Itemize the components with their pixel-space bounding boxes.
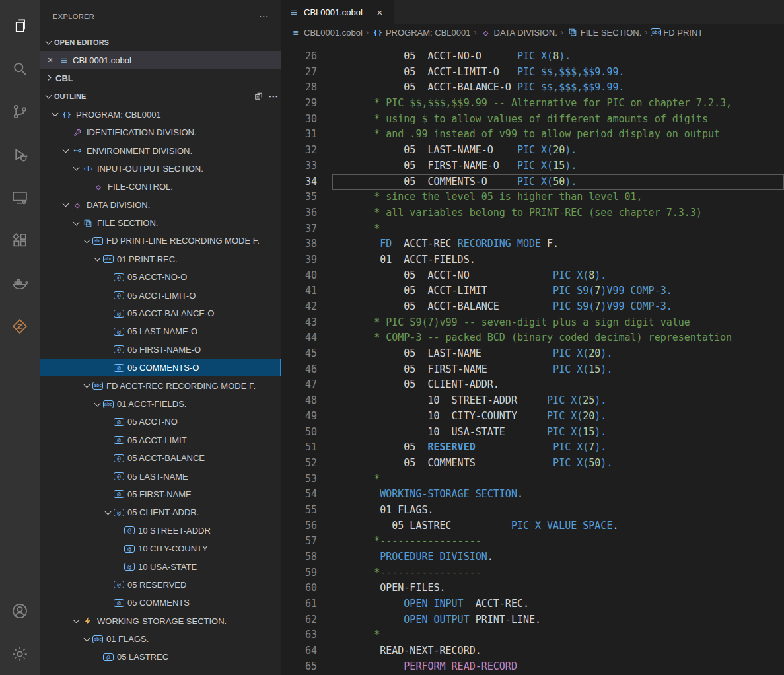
line-number[interactable]: 44 (281, 330, 317, 346)
code-line[interactable]: 29 * PIC $$,$$$,$$9.99 -- Alternative fo… (281, 96, 784, 112)
line-number[interactable]: 30 (281, 112, 317, 127)
code-line[interactable]: 31 * and .99 instead of v99 to allow per… (281, 127, 784, 143)
outline-item[interactable]: abc01 ACCT-FIELDS. (40, 395, 281, 413)
chevron-down-icon[interactable] (82, 380, 92, 391)
line-number[interactable]: 50 (281, 425, 317, 441)
code-line[interactable]: 48 10 STREET-ADDR PIC X(25). (281, 393, 784, 409)
run-debug-icon[interactable] (0, 133, 40, 176)
folder-row-cbl[interactable]: CBL (40, 69, 281, 87)
outline-item[interactable]: @05 COMMENTS-O (40, 359, 281, 376)
code-line[interactable]: 46 05 FIRST-NAME PIC X(15). (281, 362, 784, 378)
outline-item[interactable]: @05 RESERVED (40, 576, 281, 594)
code-line[interactable]: 55 01 FLAGS. (281, 503, 784, 518)
code-line[interactable]: 47 05 CLIENT-ADDR. (281, 377, 784, 393)
breadcrumb-item[interactable]: {}PROGRAM: CBL0001 (372, 27, 471, 38)
code-line[interactable]: 53 * (281, 472, 784, 487)
line-number[interactable]: 54 (281, 487, 317, 503)
line-number[interactable]: 35 (281, 190, 317, 205)
more-actions-icon[interactable] (256, 11, 271, 22)
outline-item[interactable]: @05 ACCT-LIMIT (40, 431, 281, 449)
line-number[interactable]: 28 (281, 80, 317, 96)
chevron-down-icon[interactable] (50, 109, 61, 120)
outline-item[interactable]: @05 ACCT-NO (40, 413, 281, 431)
close-icon[interactable] (374, 7, 386, 18)
code-line[interactable]: 60 OPEN-FILES. (281, 581, 784, 596)
line-number[interactable]: 58 (281, 550, 317, 565)
outline-item[interactable]: {}PROGRAM: CBL0001 (40, 106, 281, 124)
chevron-down-icon[interactable] (82, 236, 92, 246)
chevron-down-icon[interactable] (61, 199, 71, 210)
line-number[interactable]: 56 (281, 518, 317, 534)
outline-item[interactable]: @05 LASTREC (40, 648, 281, 666)
outline-item[interactable]: @05 LAST-NAME-O (40, 322, 281, 340)
outline-header[interactable]: OUTLINE (40, 87, 281, 105)
more-actions-icon[interactable] (266, 90, 281, 102)
code-line[interactable]: 35 * since the level 05 is higher than l… (281, 190, 784, 205)
code-line[interactable]: 27 05 ACCT-LIMIT-O PIC $$,$$$,$$9.99. (281, 65, 784, 81)
line-number[interactable]: 38 (281, 236, 317, 252)
code-line[interactable]: 30 * using $ to allow values of differen… (281, 112, 784, 127)
outline-item[interactable]: @05 FIRST-NAME-O (40, 341, 281, 359)
chevron-right-icon[interactable] (44, 73, 54, 83)
docker-icon[interactable] (0, 262, 40, 304)
code-line[interactable]: 37 * (281, 221, 784, 237)
line-number[interactable]: 43 (281, 315, 317, 331)
outline-item[interactable]: @05 LAST-NAME (40, 467, 281, 485)
code-line[interactable]: 49 10 CITY-COUNTY PIC X(20). (281, 409, 784, 425)
outline-item[interactable]: abc01 PRINT-REC. (40, 250, 281, 268)
line-number[interactable]: 29 (281, 96, 317, 112)
code-line[interactable]: 40 05 ACCT-NO PIC X(8). (281, 268, 784, 284)
line-number[interactable]: 55 (281, 503, 317, 518)
outline-item[interactable]: @10 STREET-ADDR (40, 522, 281, 540)
line-number[interactable]: 48 (281, 393, 317, 409)
line-number[interactable]: 41 (281, 283, 317, 299)
code-line[interactable]: 52 05 COMMENTS PIC X(50). (281, 456, 784, 472)
code-line[interactable]: 62 OPEN OUTPUT PRINT-LINE. (281, 612, 784, 628)
code-line[interactable]: 43 * PIC S9(7)v99 -- seven-digit plus a … (281, 315, 784, 331)
line-number[interactable]: 40 (281, 268, 317, 284)
line-number[interactable]: 62 (281, 612, 317, 628)
line-number[interactable]: 64 (281, 643, 317, 659)
outline-item[interactable]: ‹T›INPUT-OUTPUT SECTION. (40, 160, 281, 178)
breadcrumb-item[interactable]: ◇DATA DIVISION. (480, 27, 557, 38)
code-area[interactable]: 26 05 ACCT-NO-O PIC X(8).27 05 ACCT-LIMI… (281, 41, 784, 675)
line-number[interactable]: 31 (281, 127, 317, 143)
line-number[interactable]: 46 (281, 362, 317, 378)
code-line[interactable]: 56 05 LASTREC PIC X VALUE SPACE. (281, 518, 784, 534)
outline-item[interactable]: abc01 FLAGS. (40, 630, 281, 648)
line-number[interactable]: 42 (281, 299, 317, 315)
settings-icon[interactable] (0, 632, 40, 675)
code-line[interactable]: 45 05 LAST-NAME PIC X(20). (281, 346, 784, 362)
open-editor-item[interactable]: CBL0001.cobol (40, 51, 281, 69)
code-line[interactable]: 39 01 ACCT-FIELDS. (281, 252, 784, 268)
code-line[interactable]: 61 OPEN INPUT ACCT-REC. (281, 596, 784, 612)
code-line[interactable]: 54 WORKING-STORAGE SECTION. (281, 487, 784, 503)
line-number[interactable]: 36 (281, 205, 317, 221)
code-line[interactable]: 33 05 FIRST-NAME-O PIC X(15). (281, 159, 784, 174)
line-number[interactable]: 60 (281, 581, 317, 596)
chevron-down-icon[interactable] (92, 254, 103, 264)
account-icon[interactable] (0, 589, 40, 632)
line-number[interactable]: 34 (281, 174, 317, 190)
line-number[interactable]: 59 (281, 565, 317, 581)
chevron-down-icon[interactable] (61, 145, 71, 156)
collapse-all-icon[interactable] (251, 90, 266, 102)
line-number[interactable]: 37 (281, 221, 317, 237)
code-line[interactable]: 28 05 ACCT-BALANCE-O PIC $$,$$$,$$9.99. (281, 80, 784, 96)
code-line[interactable]: 64 READ-NEXT-RECORD. (281, 643, 784, 659)
close-icon[interactable] (45, 55, 55, 65)
line-number[interactable]: 53 (281, 472, 317, 487)
tab-cbl0001[interactable]: CBL0001.cobol (281, 0, 394, 24)
code-line[interactable]: 63 * (281, 627, 784, 643)
line-number[interactable]: 61 (281, 596, 317, 612)
code-line[interactable]: 38 FD ACCT-REC RECORDING MODE F. (281, 236, 784, 252)
outline-item[interactable]: @05 CLIENT-ADDR. (40, 503, 281, 521)
outline-item[interactable]: @05 COMMENTS (40, 594, 281, 612)
chevron-down-icon[interactable] (92, 399, 103, 409)
line-number[interactable]: 65 (281, 659, 317, 675)
outline-item[interactable]: @10 USA-STATE (40, 557, 281, 575)
outline-item[interactable]: IDENTIFICATION DIVISION. (40, 124, 281, 141)
line-number[interactable]: 33 (281, 159, 317, 174)
line-number[interactable]: 47 (281, 377, 317, 393)
extensions-icon[interactable] (0, 219, 40, 262)
